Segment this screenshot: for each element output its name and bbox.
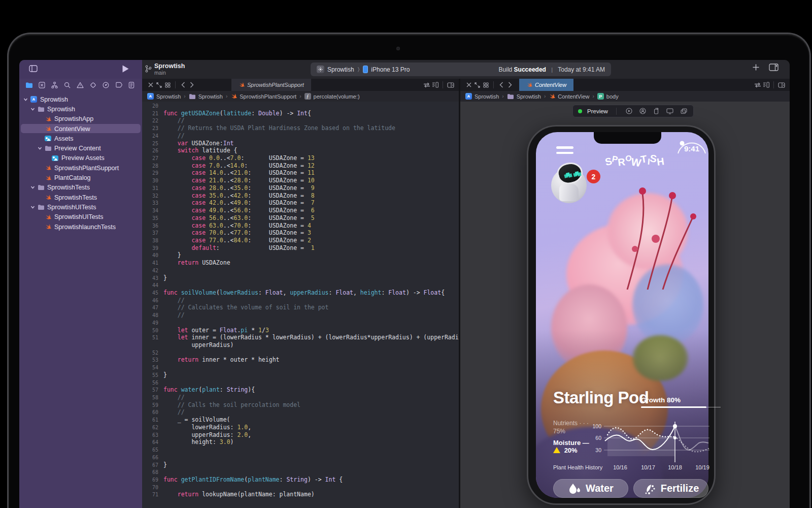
code-line[interactable]: 46 // — [142, 297, 459, 304]
project-navigator-icon[interactable] — [24, 80, 33, 89]
code-line[interactable]: 48 // — [142, 311, 459, 319]
debug-navigator-icon[interactable] — [101, 80, 111, 89]
close-editor-icon[interactable] — [146, 81, 155, 89]
code-line[interactable]: 26 switch latitude { — [142, 147, 459, 154]
changes-navigator-icon[interactable] — [37, 80, 46, 89]
minimap-icon[interactable] — [762, 81, 770, 89]
run-destination[interactable]: iPhone 13 Pro — [371, 66, 410, 73]
code-line[interactable]: 70 — [142, 484, 459, 491]
tests-navigator-icon[interactable] — [88, 80, 97, 89]
code-line[interactable]: 68 — [142, 468, 459, 476]
breadcrumb-sprowtishplantsupport[interactable]: SprowtishPlantSupport — [230, 93, 296, 100]
forward-icon[interactable] — [187, 81, 196, 89]
sidebar-item-sprowtishuitests[interactable]: SprowtishUITests — [19, 202, 142, 212]
code-line[interactable]: 58 // — [142, 394, 459, 401]
breadcrumb-sprowtish[interactable]: ASprowtish — [147, 93, 181, 100]
sidebar-item-sprowtishuitests[interactable]: SprowtishUITests — [19, 212, 142, 222]
code-line[interactable]: 35 case 56.0..<63.0: USDAZone = 5 — [142, 214, 459, 222]
code-line[interactable]: 23 // Returns the USDA Plant Hardiness Z… — [142, 124, 459, 132]
minimap-icon[interactable] — [431, 81, 439, 89]
disclosure-chevron-icon[interactable] — [30, 185, 36, 190]
code-editor[interactable]: 2021func getUSDAZone(latitude: Double) -… — [142, 102, 459, 498]
code-line[interactable]: upperRadius) — [142, 341, 459, 349]
swap-editor-icon[interactable] — [422, 81, 431, 89]
code-line[interactable]: 34 case 49.0..<56.0: USDAZone = 6 — [142, 207, 459, 214]
code-line[interactable]: 37 case 70.0..<77.0: USDAZone = 3 — [142, 229, 459, 237]
code-line[interactable]: 45func soilVolume(lowerRadius: Float, up… — [142, 289, 459, 297]
code-line[interactable]: 49 — [142, 319, 459, 327]
code-line[interactable]: 59 // Calls the soil percolation model — [142, 401, 459, 409]
menu-icon[interactable] — [556, 146, 573, 157]
split-editor-icon[interactable] — [777, 81, 786, 89]
code-line[interactable]: 25 var USDAZone:Int — [142, 140, 459, 147]
code-line[interactable]: 63 upperRadius: 2.0, — [142, 431, 459, 439]
breadcrumb-sprowtish[interactable]: ASprowtish — [465, 93, 499, 100]
build-status[interactable]: Build Succeeded | Today at 9:41 AM — [499, 66, 605, 73]
code-line[interactable]: 31 case 28.0..<35.0: USDAZone = 9 — [142, 184, 459, 192]
code-line[interactable]: 36 case 63.0..<70.0: USDAZone = 4 — [142, 222, 459, 230]
sidebar-toggle-icon[interactable] — [28, 64, 38, 73]
find-navigator-icon[interactable] — [63, 80, 72, 89]
sidebar-item-preview content[interactable]: Preview Content — [19, 143, 142, 153]
code-line[interactable]: 29 case 14.0..<21.0: USDAZone = 11 — [142, 169, 459, 177]
code-line[interactable]: 43} — [142, 274, 459, 282]
focus-editor-icon[interactable] — [155, 81, 163, 89]
sidebar-item-sprowtishlaunchtests[interactable]: SprowtishlaunchTests — [19, 222, 142, 232]
reports-navigator-icon[interactable] — [127, 80, 136, 89]
scheme-target-icon[interactable] — [317, 66, 324, 73]
code-line[interactable]: 60 // — [142, 408, 459, 416]
code-line[interactable]: 27 case 0.0..<7.0: USDAZone = 13 — [142, 154, 459, 162]
code-line[interactable]: 62 lowerRadius: 1.0, — [142, 424, 459, 431]
code-line[interactable]: 41 return USDAZone — [142, 259, 459, 267]
code-line[interactable]: 67} — [142, 461, 459, 469]
sidebar-item-plantcatalog[interactable]: PlantCatalog — [19, 173, 142, 182]
grid-editor-icon[interactable] — [163, 81, 172, 89]
water-button[interactable]: Water — [553, 479, 628, 498]
code-line[interactable]: 56 — [142, 379, 459, 387]
forward-icon[interactable] — [505, 81, 514, 89]
sidebar-item-sprowtish[interactable]: ASprowtish — [19, 94, 142, 104]
sidebar-item-sprowtishtests[interactable]: SprowtishTests — [19, 193, 142, 202]
code-line[interactable]: 65 — [142, 446, 459, 454]
add-button[interactable] — [752, 64, 760, 71]
code-line[interactable]: 42 — [142, 267, 459, 274]
code-line[interactable]: 38 case 77.0..<84.0: USDAZone = 2 — [142, 237, 459, 244]
code-line[interactable]: 44 — [142, 281, 459, 289]
code-line[interactable]: 61 _ = soilVolume( — [142, 416, 459, 424]
notification-badge[interactable]: 2 — [587, 170, 600, 183]
sidebar-item-sprowtishplantsupport[interactable]: SprowtishPlantSupport — [19, 163, 142, 173]
display-icon[interactable] — [666, 107, 674, 115]
code-line[interactable]: 66 — [142, 454, 459, 461]
tab-contentview[interactable]: ContentView — [519, 79, 573, 91]
code-line[interactable]: 21func getUSDAZone(latitude: Double) -> … — [142, 110, 459, 117]
code-line[interactable]: 53 return inner * outer * height — [142, 356, 459, 364]
disclosure-chevron-icon[interactable] — [38, 146, 43, 151]
breakpoints-navigator-icon[interactable] — [114, 80, 123, 89]
sidebar-item-contentview[interactable]: ContentView — [19, 124, 142, 134]
code-line[interactable]: 30 case 21.0..<28.0: USDAZone = 10 — [142, 177, 459, 184]
sidebar-item-sprowtishtests[interactable]: SprowtishTests — [19, 183, 142, 193]
run-button[interactable] — [122, 65, 129, 73]
breadcrumb-sprowtish[interactable]: Sprowtish — [507, 93, 541, 100]
code-line[interactable]: 28 case 7.0..<14.0: USDAZone = 12 — [142, 162, 459, 170]
sunrise-clock-widget[interactable]: 9:41 — [675, 135, 708, 160]
code-line[interactable]: 71 return lookupName(plantName: plantNam… — [142, 491, 459, 498]
close-editor-icon[interactable] — [464, 81, 473, 89]
swap-editor-icon[interactable] — [753, 81, 762, 89]
back-icon[interactable] — [497, 81, 505, 89]
code-line[interactable]: 32 case 35.0..<42.0: USDAZone = 8 — [142, 192, 459, 200]
code-line[interactable]: 54 — [142, 364, 459, 371]
code-line[interactable]: 39 default: USDAZone = 1 — [142, 244, 459, 252]
breadcrumb-percolate-volume-[interactable]: ƒpercolate(volume:) — [304, 93, 360, 100]
code-line[interactable]: 22 // — [142, 117, 459, 124]
tab-sprowtishplantsupport[interactable]: SprowtishPlantSupport — [231, 79, 311, 91]
code-line[interactable]: 69func getPlantIDFromName(plantName: Str… — [142, 476, 459, 484]
code-line[interactable]: 64 height: 3.0) — [142, 438, 459, 446]
code-line[interactable]: 20 — [142, 102, 459, 110]
grid-editor-icon[interactable] — [482, 81, 490, 89]
code-line[interactable]: 33 case 42.0..<49.0: USDAZone = 7 — [142, 199, 459, 207]
editor-layout-icon[interactable] — [769, 64, 779, 71]
symbols-navigator-icon[interactable] — [50, 80, 59, 89]
code-line[interactable]: 47 // Calculates the volume of soil in t… — [142, 304, 459, 311]
breadcrumb-contentview[interactable]: ContentView — [549, 93, 589, 100]
